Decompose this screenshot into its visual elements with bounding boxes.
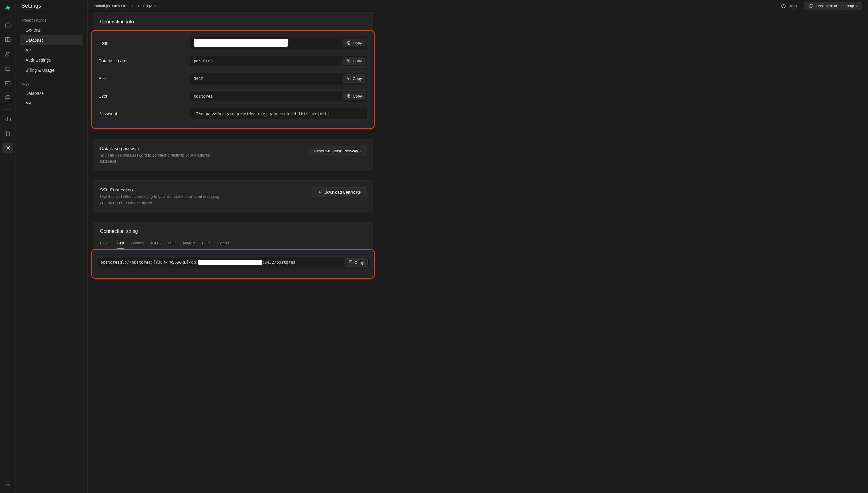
redacted-host bbox=[194, 39, 288, 46]
sidebar-item-billing[interactable]: Billing & Usage bbox=[20, 65, 83, 75]
ssl-panel: SSL Connection Use this cert when connec… bbox=[93, 180, 373, 212]
tab-dotnet[interactable]: .NET bbox=[167, 239, 177, 249]
sidebar-section-project: Project settings bbox=[16, 12, 87, 25]
port-value: 5432 bbox=[194, 76, 343, 81]
auth-icon[interactable] bbox=[2, 49, 13, 60]
connection-info-highlight: Host Copy Database name postgres bbox=[91, 30, 375, 129]
reports-icon[interactable] bbox=[2, 113, 13, 124]
tab-php[interactable]: PHP bbox=[202, 239, 210, 249]
copy-icon bbox=[347, 76, 351, 81]
chat-icon bbox=[808, 4, 813, 8]
db-password-panel: Database password You can use this passw… bbox=[93, 139, 373, 171]
settings-sidebar: Settings Project settings General Databa… bbox=[16, 0, 88, 493]
host-label: Host bbox=[99, 41, 190, 46]
home-icon[interactable] bbox=[2, 19, 13, 30]
feedback-button[interactable]: Feedback on this page? bbox=[804, 2, 862, 10]
svg-point-2 bbox=[8, 52, 10, 53]
copy-host-button[interactable]: Copy bbox=[343, 39, 366, 47]
tab-uri[interactable]: URI bbox=[118, 239, 124, 249]
password-value: [The password you provided when you crea… bbox=[194, 111, 366, 116]
port-label: Port bbox=[99, 76, 190, 81]
user-label: User bbox=[99, 93, 190, 99]
svg-rect-11 bbox=[348, 95, 350, 97]
rail-divider bbox=[3, 109, 13, 110]
copy-port-button[interactable]: Copy bbox=[343, 74, 366, 83]
storage-icon[interactable] bbox=[2, 63, 13, 74]
sidebar-item-auth[interactable]: Auth Settings bbox=[20, 55, 83, 65]
connection-string-field: postgresql://postgres:[YOUR-PASSWORD]@db… bbox=[97, 257, 369, 268]
connection-info-panel: Connection info Host Copy Da bbox=[93, 12, 373, 130]
topbar: mihlali-jordan's Org › TestingAPI Help F… bbox=[88, 0, 868, 12]
svg-rect-3 bbox=[5, 82, 10, 85]
copy-icon bbox=[347, 59, 351, 63]
connection-string-value: postgresql://postgres:[YOUR-PASSWORD]@db… bbox=[101, 260, 345, 265]
sidebar-item-general[interactable]: General bbox=[20, 25, 83, 35]
svg-rect-0 bbox=[5, 37, 10, 41]
svg-rect-10 bbox=[348, 78, 350, 80]
connection-string-highlight: postgresql://postgres:[YOUR-PASSWORD]@db… bbox=[91, 249, 375, 279]
db-password-desc: You can use this password to connect dir… bbox=[100, 152, 222, 164]
sidebar-item-logs-api[interactable]: API bbox=[20, 99, 83, 108]
copy-user-button[interactable]: Copy bbox=[343, 92, 366, 100]
settings-icon[interactable] bbox=[2, 143, 13, 153]
tab-golang[interactable]: Golang bbox=[131, 239, 144, 249]
dbname-field: postgres Copy bbox=[190, 55, 367, 67]
icon-rail bbox=[0, 0, 16, 493]
connection-string-title: Connection string bbox=[94, 222, 373, 239]
table-editor-icon[interactable] bbox=[2, 34, 13, 45]
port-field: 5432 Copy bbox=[190, 73, 367, 84]
redacted-host-inline bbox=[198, 260, 262, 265]
connection-string-tabs: PSQL URI Golang JDBC .NET Nodejs PHP Pyt… bbox=[94, 239, 373, 249]
help-button[interactable]: Help bbox=[777, 2, 801, 10]
breadcrumb-org[interactable]: mihlali-jordan's Org bbox=[94, 4, 128, 8]
connection-string-panel: Connection string PSQL URI Golang JDBC .… bbox=[93, 221, 373, 280]
copy-icon bbox=[349, 260, 353, 264]
svg-rect-12 bbox=[350, 262, 352, 263]
download-icon bbox=[317, 190, 322, 195]
docs-icon[interactable] bbox=[2, 128, 13, 139]
host-value bbox=[194, 39, 343, 47]
copy-icon bbox=[347, 41, 351, 45]
sidebar-item-logs-database[interactable]: Database bbox=[20, 88, 83, 98]
svg-rect-8 bbox=[348, 43, 350, 44]
password-label: Password bbox=[99, 111, 190, 116]
svg-point-4 bbox=[6, 96, 10, 97]
copy-connection-string-button[interactable]: Copy bbox=[345, 258, 368, 266]
db-password-title: Database password bbox=[100, 146, 309, 151]
tab-psql[interactable]: PSQL bbox=[100, 239, 111, 249]
reset-password-button[interactable]: Reset Database Password bbox=[309, 146, 366, 156]
account-icon[interactable] bbox=[2, 478, 13, 489]
dbname-label: Database name bbox=[99, 58, 190, 63]
page-title: Settings bbox=[16, 0, 87, 12]
svg-point-6 bbox=[7, 482, 9, 484]
main: mihlali-jordan's Org › TestingAPI Help F… bbox=[88, 0, 868, 493]
svg-point-1 bbox=[6, 52, 8, 54]
copy-icon bbox=[347, 94, 351, 98]
ssl-title: SSL Connection bbox=[100, 187, 312, 192]
password-field: [The password you provided when you crea… bbox=[190, 108, 367, 120]
sidebar-item-database[interactable]: Database bbox=[20, 35, 83, 45]
sql-editor-icon[interactable] bbox=[2, 78, 13, 89]
connection-info-title: Connection info bbox=[94, 13, 373, 30]
user-value: postgres bbox=[194, 94, 343, 99]
svg-point-5 bbox=[7, 147, 8, 149]
logo-icon[interactable] bbox=[3, 3, 13, 13]
breadcrumb-project[interactable]: TestingAPI bbox=[138, 4, 156, 8]
svg-rect-9 bbox=[348, 60, 350, 62]
database-icon[interactable] bbox=[2, 92, 13, 103]
sidebar-section-logs: Logs bbox=[16, 76, 87, 88]
chevron-right-icon: › bbox=[132, 4, 133, 8]
ssl-desc: Use this cert when connecting to your da… bbox=[100, 194, 222, 206]
host-field: Copy bbox=[190, 37, 367, 49]
copy-dbname-button[interactable]: Copy bbox=[343, 57, 366, 65]
tab-jdbc[interactable]: JDBC bbox=[150, 239, 161, 249]
tab-nodejs[interactable]: Nodejs bbox=[183, 239, 195, 249]
download-cert-button[interactable]: Download Certificate bbox=[312, 187, 366, 197]
dbname-value: postgres bbox=[194, 59, 343, 63]
user-field: postgres Copy bbox=[190, 90, 367, 102]
help-icon bbox=[781, 4, 786, 8]
sidebar-item-api[interactable]: API bbox=[20, 45, 83, 55]
tab-python[interactable]: Python bbox=[217, 239, 229, 249]
